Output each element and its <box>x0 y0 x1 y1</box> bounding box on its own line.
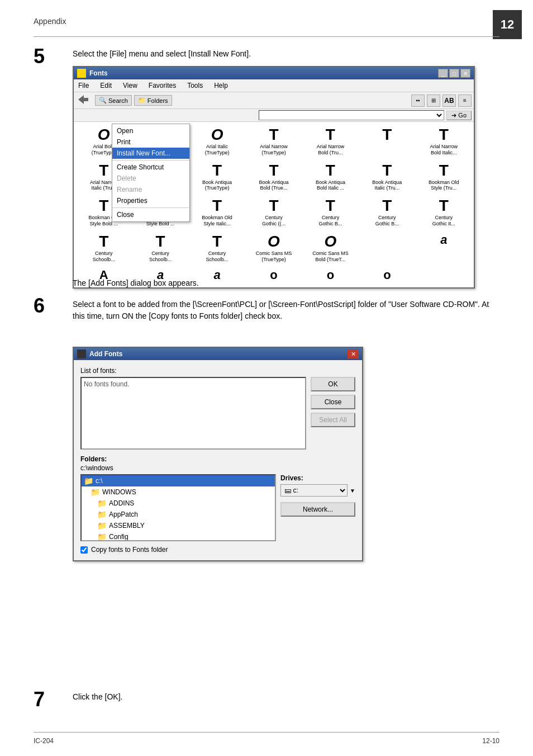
menu-favorites[interactable]: Favorites <box>146 81 178 91</box>
back-icon[interactable] <box>76 94 89 105</box>
view-btn-3[interactable]: AB <box>442 94 456 107</box>
add-fonts-buttons: OK Close Select All <box>311 377 355 427</box>
font-item-arial-italic[interactable]: O Arial Italic(TrueType) <box>189 124 245 159</box>
drives-section: Drives: 🖴 c: ▼ Network... <box>280 474 355 517</box>
address-bar: ➜ Go <box>74 109 474 122</box>
network-button[interactable]: Network... <box>280 502 355 517</box>
font-item-century-gothic-b2[interactable]: T CenturyGothic B... <box>359 195 415 230</box>
menu-print[interactable]: Print <box>112 136 189 148</box>
font-item-book-antiqua[interactable]: T Book Antiqua(TrueType) <box>189 160 245 195</box>
fonts-titlebar: Fonts _ □ ✕ <box>74 67 474 79</box>
step-5-instruction: Select the [File] menu and select [Insta… <box>73 45 499 58</box>
font-item-a1[interactable]: a <box>416 231 472 266</box>
menu-open[interactable]: Open <box>112 125 189 136</box>
go-button[interactable]: ➜ Go <box>446 111 472 120</box>
font-icon: T <box>212 163 222 178</box>
menu-create-shortcut[interactable]: Create Shortcut <box>112 162 189 173</box>
font-icon: T <box>99 198 108 214</box>
fonts-window-icon <box>77 69 86 78</box>
font-icon: o <box>327 269 334 281</box>
select-all-button[interactable]: Select All <box>311 413 355 427</box>
search-icon: 🔍 <box>99 97 107 104</box>
step-6-number: 6 <box>34 294 45 318</box>
copy-fonts-checkbox[interactable] <box>80 546 88 554</box>
font-icon: T <box>439 127 449 143</box>
folder-apppatch-icon: 📁 <box>97 510 107 519</box>
menu-install-new-font[interactable]: Install New Font... <box>112 148 189 159</box>
address-input[interactable] <box>259 110 445 120</box>
footer-right: 12-10 <box>482 737 499 745</box>
menu-help[interactable]: Help <box>212 81 230 91</box>
close-button[interactable]: ✕ <box>460 69 470 78</box>
menu-edit[interactable]: Edit <box>98 81 114 91</box>
folder-item-c[interactable]: 📁 c:\ <box>82 475 275 486</box>
font-icon: T <box>269 198 278 214</box>
font-item-book-antiqua-bold-italic[interactable]: T Book AntiquaBold Italic ... <box>303 160 358 195</box>
folder-item-addins[interactable]: 📁 ADDINS <box>82 498 275 509</box>
folder-item-config[interactable]: 📁 Config <box>82 531 275 541</box>
minimize-button[interactable]: _ <box>438 69 448 78</box>
step-7-number: 7 <box>34 688 45 711</box>
font-item-o2[interactable]: o <box>303 266 358 285</box>
menu-view[interactable]: View <box>121 81 140 91</box>
font-item-book-antiqua-bold[interactable]: T Book AntiquaBold (True... <box>246 160 301 195</box>
close-button[interactable]: Close <box>311 395 355 409</box>
view-btn-4[interactable]: ≡ <box>458 94 472 107</box>
back-btn-area <box>76 94 93 107</box>
font-icon: T <box>439 163 449 178</box>
step-7-instruction: Click the [OK]. <box>73 688 499 701</box>
font-item-o1[interactable]: o <box>246 266 301 285</box>
ok-button[interactable]: OK <box>311 377 355 391</box>
top-divider <box>34 36 499 37</box>
folders-drives-row: 📁 c:\ 📁 WINDOWS 📁 ADDINS 📁 AppPatch <box>80 474 355 541</box>
font-item-century-schoolb3[interactable]: T CenturySchoolb... <box>189 231 245 266</box>
font-item-arial-narrow[interactable]: T Arial Narrow(TrueType) <box>246 124 301 159</box>
maximize-button[interactable]: □ <box>449 69 459 78</box>
folder-item-apppatch[interactable]: 📁 AppPatch <box>82 509 275 520</box>
menu-tools[interactable]: Tools <box>185 81 205 91</box>
add-fonts-close-x[interactable]: ✕ <box>348 349 359 358</box>
file-dropdown-menu: Open Print Install New Font... Create Sh… <box>112 124 190 222</box>
drives-label: Drives: <box>280 474 355 482</box>
menu-file[interactable]: File <box>76 81 91 91</box>
add-fonts-window: Add Fonts ✕ List of fonts: No fonts foun… <box>73 347 363 561</box>
font-item-comic-sans[interactable]: O Comic Sans MS(TrueType) <box>246 231 301 266</box>
folder-item-assembly[interactable]: 📁 ASSEMBLY <box>82 520 275 531</box>
font-item-o3[interactable]: o <box>359 266 415 285</box>
font-item-comic-sans-bold[interactable]: O Comic Sans MSBold (TrueT... <box>303 231 358 266</box>
search-button[interactable]: 🔍 Search <box>95 95 132 106</box>
footer-left: IC-204 <box>34 737 54 745</box>
font-item-6[interactable]: T <box>359 124 415 159</box>
copy-fonts-row: Copy fonts to Fonts folder <box>80 546 355 554</box>
fonts-menubar: File Edit View Favorites Tools Help <box>74 79 474 92</box>
font-item-arial-narrow-bold[interactable]: T Arial NarrowBold (Tru... <box>303 124 358 159</box>
font-icon: T <box>326 127 335 143</box>
no-fonts-text: No fonts found. <box>84 380 129 388</box>
folders-label: Folders: <box>80 455 355 463</box>
font-item-century-gothic[interactable]: T CenturyGothic ((... <box>246 195 301 230</box>
fonts-list-area[interactable]: No fonts found. <box>80 377 306 450</box>
font-item-bookman-old[interactable]: T Bookman OldStyle (Tru... <box>416 160 472 195</box>
font-item-century-gothic-b[interactable]: T CenturyGothic B... <box>303 195 358 230</box>
font-item-century-gothic-it[interactable]: T CenturyGothic It... <box>416 195 472 230</box>
menu-properties[interactable]: Properties <box>112 195 189 206</box>
font-item-arial-narrow-bold-italic[interactable]: T Arial NarrowBold Italic... <box>416 124 472 159</box>
folder-item-windows[interactable]: 📁 WINDOWS <box>82 486 275 498</box>
add-fonts-icon <box>77 349 86 358</box>
font-icon: T <box>212 234 222 249</box>
menu-close[interactable]: Close <box>112 209 189 220</box>
font-icon: a <box>213 269 220 281</box>
font-item-century-schoolb[interactable]: T CenturySchoolb... <box>76 231 131 266</box>
font-item-century-schoolb2[interactable]: T CenturySchoolb... <box>132 231 188 266</box>
font-item-bookman-old-italic[interactable]: T Bookman OldStyle Italic... <box>189 195 245 230</box>
font-icon: T <box>269 163 278 178</box>
drives-select[interactable]: 🖴 c: <box>280 484 348 497</box>
font-item-placeholder <box>359 231 415 266</box>
fonts-window: Fonts _ □ ✕ File Edit View Favorites Too… <box>73 66 475 289</box>
folders-list[interactable]: 📁 c:\ 📁 WINDOWS 📁 ADDINS 📁 AppPatch <box>80 474 276 541</box>
step-6-container: 6 Select a font to be added from the [\S… <box>34 294 499 322</box>
view-btn-2[interactable]: ⊞ <box>427 94 440 107</box>
font-item-book-antiqua-italic[interactable]: T Book AntiquaItalic (Tru... <box>359 160 415 195</box>
view-btn-1[interactable]: ▪▪ <box>411 94 425 107</box>
folders-button[interactable]: 📁 Folders <box>134 95 172 106</box>
